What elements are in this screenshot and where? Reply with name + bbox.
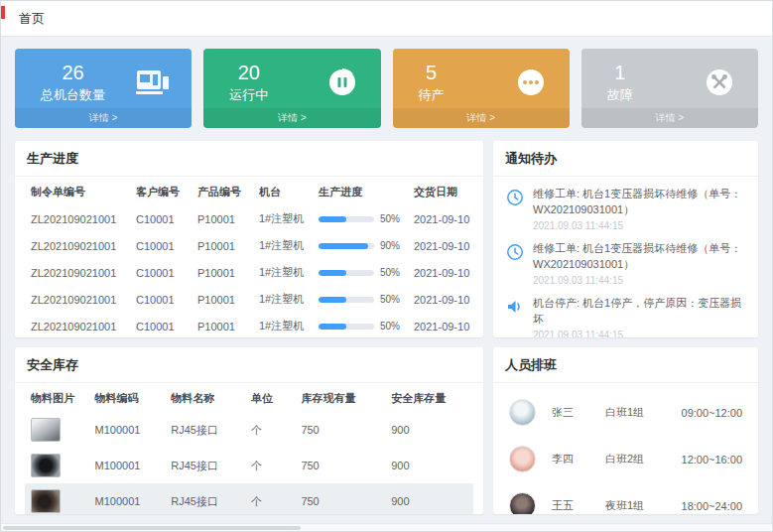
person-name: 王五 (552, 498, 605, 513)
progress-bar (319, 243, 374, 249)
notification-item[interactable]: 维修工单: 机台1变压器损坏待维修（单号：WX202109031001） 202… (493, 235, 758, 290)
stat-label-waiting: 待产 (419, 86, 445, 104)
dashboard-root: 首页 26 总机台数量 (0, 0, 773, 532)
col-product: 产品编号 (192, 177, 253, 205)
stat-card-fault[interactable]: 1 故障 详情 > (581, 49, 758, 128)
cell-machine: 1#注塑机 (253, 313, 313, 337)
schedule-title: 人员排班 (493, 347, 758, 383)
stat-cards: 26 总机台数量 详情 > (15, 49, 758, 128)
scrollbar-thumb[interactable] (3, 526, 301, 530)
table-row: ZL202109021001 C10001 P10001 1#注塑机 50% (25, 259, 473, 286)
cell-progress: 50% (313, 313, 408, 337)
stat-card-total-machines[interactable]: 26 总机台数量 详情 > (15, 49, 192, 128)
notification-time: 2021.09.03 11:44:15 (533, 275, 746, 286)
notifications-panel: 通知待办 维修工单: 机台1变压器损坏待维修（单号：WX202109031001… (493, 141, 758, 337)
cell-customer: C10001 (130, 232, 192, 259)
cell-customer: C10001 (130, 286, 192, 313)
detail-link-fault[interactable]: 详情 > (581, 108, 758, 128)
cell-order: ZL202109021001 (25, 313, 130, 337)
fault-icon (703, 66, 736, 98)
col-image: 物料图片 (25, 383, 89, 412)
inventory-header-row: 物料图片 物料编码 物料名称 单位 库存现有量 安全库存量 (25, 383, 473, 412)
person-time: 12:00~16:00 (682, 454, 742, 466)
stat-card-waiting[interactable]: 5 待产 详情 > (393, 49, 570, 128)
cell-progress: 50% (313, 286, 408, 313)
stat-card-running[interactable]: 20 运行中 详情 > (203, 49, 380, 128)
notification-item[interactable]: 机台停产: 机台1停产，停产原因：变压器损坏 2021.09.03 11:44:… (493, 290, 758, 337)
cell-date: 2021-09-10 (408, 286, 473, 313)
speaker-icon (505, 297, 525, 317)
running-icon (325, 66, 359, 98)
cell-customer: C10001 (130, 259, 192, 286)
col-date: 交货日期 (408, 177, 473, 205)
table-row: ZL202109021001 C10001 P10001 1#注塑机 50% (25, 205, 473, 232)
tab-home[interactable]: 首页 (19, 10, 45, 28)
waiting-icon (514, 66, 548, 98)
cell-code: M100001 (89, 448, 166, 483)
stat-value-running: 20 (229, 62, 268, 83)
table-row: M100001 RJ45接口 个 750 900 (25, 483, 473, 514)
stat-label-total: 总机台数量 (41, 86, 105, 104)
progress-label: 90% (380, 240, 400, 251)
cell-stock: 750 (295, 412, 385, 448)
cell-product: P10001 (192, 313, 253, 337)
clock-icon (505, 188, 525, 207)
detail-link-running[interactable]: 详情 > (203, 108, 380, 128)
col-code: 物料编码 (89, 383, 166, 412)
cell-image (25, 412, 89, 448)
col-unit: 单位 (245, 383, 295, 412)
cell-machine: 1#注塑机 (253, 259, 313, 286)
horizontal-scrollbar[interactable] (1, 523, 772, 531)
person-name: 张三 (552, 405, 605, 420)
cell-machine: 1#注塑机 (253, 286, 313, 313)
notification-text: 机台停产: 机台1停产，停产原因：变压器损坏 (533, 296, 746, 328)
cell-order: ZL202109021001 (25, 232, 130, 259)
stat-value-total: 26 (41, 62, 105, 83)
col-safety: 安全库存量 (385, 383, 473, 412)
table-row: ZL202109021001 C10001 P10001 1#注塑机 50% (25, 286, 473, 313)
person-name: 李四 (552, 452, 605, 466)
cell-unit: 个 (245, 412, 295, 448)
cell-unit: 个 (245, 448, 295, 483)
cell-image (25, 448, 89, 483)
progress-bar (319, 324, 374, 330)
schedule-row: 张三 白班1组 09:00~12:00 (493, 389, 758, 436)
cell-order: ZL202109021001 (25, 259, 130, 286)
detail-link-total[interactable]: 详情 > (15, 108, 192, 128)
inventory-title: 安全库存 (15, 347, 483, 383)
inventory-panel: 安全库存 物料图片 物料编码 物料名称 (15, 347, 483, 514)
cell-name: RJ45接口 (165, 412, 245, 448)
cell-safety: 900 (385, 448, 473, 483)
material-image-speaker-cone (31, 489, 61, 513)
notification-item[interactable]: 维修工单: 机台1变压器损坏待维修（单号：WX202109031001） 202… (493, 181, 758, 235)
schedule-row: 王五 夜班1组 18:00~24:00 (493, 482, 758, 514)
cell-date: 2021-09-10 (408, 232, 473, 259)
cell-order: ZL202109021001 (25, 286, 130, 313)
person-shift: 白班2组 (605, 452, 677, 466)
schedule-panel: 人员排班 张三 白班1组 09:00~12:00 李四 白班2组 1 (493, 347, 758, 514)
schedule-list: 张三 白班1组 09:00~12:00 李四 白班2组 12:00~16:00 (493, 383, 758, 514)
production-header-row: 制令单编号 客户编号 产品编号 机台 生产进度 交货日期 (25, 177, 473, 205)
detail-link-waiting[interactable]: 详情 > (393, 108, 570, 128)
production-title: 生产进度 (15, 141, 483, 177)
production-table: 制令单编号 客户编号 产品编号 机台 生产进度 交货日期 (25, 177, 473, 337)
progress-label: 50% (380, 267, 400, 278)
stat-value-fault: 1 (607, 62, 633, 83)
col-order: 制令单编号 (25, 177, 130, 205)
schedule-row: 李四 白班2组 12:00~16:00 (493, 436, 758, 482)
cell-code: M100001 (89, 483, 166, 514)
person-shift: 白班1组 (605, 405, 677, 420)
person-time: 09:00~12:00 (682, 407, 742, 419)
cell-product: P10001 (192, 232, 253, 259)
cell-machine: 1#注塑机 (253, 205, 313, 232)
cell-unit: 个 (245, 483, 295, 514)
topbar: 首页 (1, 1, 772, 37)
notifications-title: 通知待办 (493, 141, 758, 177)
cell-progress: 50% (313, 205, 408, 232)
cell-image (25, 483, 89, 514)
progress-label: 50% (380, 213, 400, 224)
col-progress: 生产进度 (313, 177, 408, 205)
cell-name: RJ45接口 (165, 448, 245, 483)
notification-list: 维修工单: 机台1变压器损坏待维修（单号：WX202109031001） 202… (493, 177, 758, 337)
material-image-speaker (31, 454, 61, 477)
